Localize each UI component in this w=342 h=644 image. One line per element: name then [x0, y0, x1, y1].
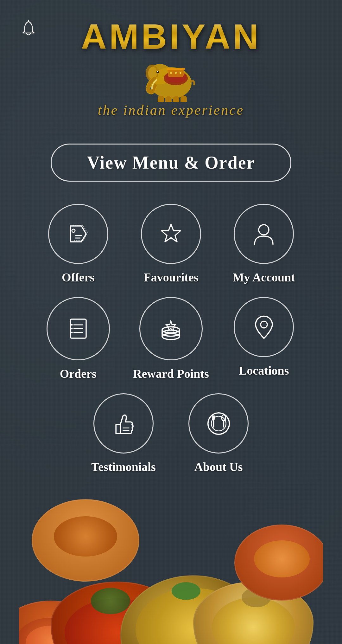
list-icon	[64, 314, 92, 343]
svg-point-38	[261, 321, 267, 328]
thumbs-up-icon	[109, 409, 139, 439]
menu-grid-row1: Offers Favourites My Account	[35, 204, 307, 381]
my-account-label: My Account	[233, 270, 295, 284]
locations-label: Locations	[239, 364, 289, 377]
svg-rect-9	[173, 96, 179, 102]
food-image-5	[234, 525, 323, 601]
offers-circle	[48, 204, 108, 264]
svg-rect-7	[158, 96, 164, 102]
testimonials-label: Testimonials	[91, 460, 155, 474]
svg-rect-8	[165, 96, 172, 102]
menu-item-about-us[interactable]: About Us	[174, 393, 263, 474]
svg-point-27	[71, 324, 73, 326]
menu-grid-row2: Testimonials A	[79, 393, 263, 474]
menu-item-locations[interactable]: Locations	[221, 297, 307, 381]
menu-item-offers[interactable]: Offers	[35, 204, 121, 284]
about-us-label: About Us	[194, 460, 243, 474]
elephant-logo	[139, 51, 203, 102]
reward-points-label: Reward Points	[133, 367, 209, 381]
view-menu-button[interactable]: View Menu & Order	[51, 144, 291, 182]
svg-marker-37	[166, 320, 176, 331]
svg-point-28	[71, 328, 73, 330]
location-icon	[249, 312, 279, 342]
testimonials-circle	[93, 393, 154, 454]
svg-rect-14	[167, 68, 185, 70]
tag-icon	[64, 220, 92, 248]
svg-point-15	[170, 72, 172, 74]
svg-point-17	[180, 72, 181, 74]
offers-label: Offers	[62, 270, 94, 284]
menu-item-orders[interactable]: Orders	[35, 297, 121, 381]
my-account-circle	[234, 204, 294, 264]
food-image-6	[32, 499, 139, 582]
app-subtitle: the indian experience	[98, 102, 244, 118]
svg-point-22	[259, 225, 269, 235]
favourites-circle	[141, 204, 201, 264]
orders-label: Orders	[60, 367, 97, 381]
menu-item-testimonials[interactable]: Testimonials	[79, 393, 168, 474]
svg-marker-21	[162, 224, 180, 242]
svg-rect-10	[180, 96, 187, 102]
person-icon	[250, 220, 278, 248]
menu-item-my-account[interactable]: My Account	[221, 204, 307, 284]
menu-item-favourites[interactable]: Favourites	[128, 204, 214, 284]
svg-point-16	[175, 72, 177, 74]
svg-point-6	[157, 71, 158, 72]
menu-item-reward-points[interactable]: Reward Points	[128, 297, 214, 381]
reward-points-circle	[139, 297, 203, 360]
app-logo-text: AMBIYAN	[81, 19, 261, 55]
svg-point-29	[71, 332, 73, 333]
star-icon	[157, 220, 185, 248]
svg-point-18	[72, 229, 75, 232]
orders-circle	[47, 297, 110, 360]
reward-icon	[156, 314, 186, 344]
locations-circle	[234, 297, 294, 357]
food-images-section	[19, 474, 323, 644]
plate-icon	[204, 409, 234, 439]
app-header: AMBIYAN	[19, 0, 323, 118]
favourites-label: Favourites	[143, 270, 198, 284]
about-us-circle	[188, 393, 249, 454]
